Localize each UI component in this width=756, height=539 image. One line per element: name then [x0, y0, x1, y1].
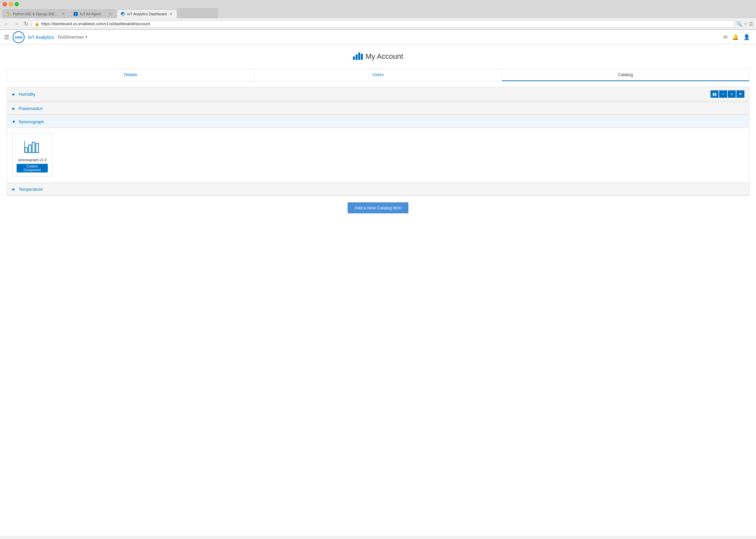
maximize-button[interactable] [15, 2, 19, 6]
catalog-item-name: seismograph.v1.0 [17, 158, 48, 162]
temperature-section: ► Temperature [7, 183, 749, 196]
svg-rect-10 [25, 148, 28, 153]
tab-favicon-2: i [73, 12, 78, 16]
view-add-button[interactable]: + [719, 90, 727, 98]
svg-text:i: i [75, 13, 76, 16]
bookmark-icon[interactable]: ☆ [743, 21, 748, 27]
svg-rect-5 [124, 13, 124, 16]
top-nav: ☰ intel IoT Analytics | DotSilverman ▾ ✉… [0, 30, 756, 45]
page-tabs: Details Users Catalog [7, 68, 749, 81]
back-button[interactable]: ← [3, 20, 11, 28]
tab-details[interactable]: Details [7, 68, 254, 81]
hamburger-button[interactable]: ☰ [4, 34, 9, 41]
tab-close-3[interactable]: ✕ [169, 12, 173, 16]
temperature-title: Temperature [19, 187, 43, 192]
secure-icon: 🔒 [35, 22, 40, 26]
humidity-section: ► Humidity ▮▮ + ≡ ▼ [7, 87, 749, 102]
empty-tab-space [178, 8, 217, 18]
browser-tab-1[interactable]: 🐍 Python IDE & Django IDE f... ✕ [3, 9, 69, 18]
tab-favicon-3 [121, 12, 125, 16]
nav-brand: IoT Analytics [28, 35, 54, 40]
search-icon[interactable]: 🔍 [736, 21, 742, 27]
view-more-button[interactable]: ▼ [736, 90, 744, 98]
catalog-item-badge: Custom Component [17, 164, 48, 172]
view-grid-button[interactable]: ▮▮ [711, 90, 718, 98]
address-bar: ← → ↻ 🔒 🔍 ☆ ☰ [0, 18, 756, 30]
seismograph-section: ▼ Seismograph seismog [7, 116, 749, 182]
forward-button[interactable]: → [13, 20, 21, 28]
seismograph-title: Seismograph [19, 119, 44, 124]
tab-title-3: IoT Analytics Dashboard [127, 12, 167, 16]
seismograph-header[interactable]: ▼ Seismograph [7, 116, 749, 128]
reload-button[interactable]: ↻ [23, 20, 30, 28]
svg-rect-8 [358, 53, 360, 60]
nav-separator: | [55, 35, 56, 40]
tab-users[interactable]: Users [254, 68, 501, 81]
tab-title-2: IoT Kit Agent [80, 12, 106, 16]
browser-tabs: 🐍 Python IDE & Django IDE f... ✕ i IoT K… [0, 8, 756, 18]
page-title-text: My Account [366, 52, 403, 61]
tab-close-1[interactable]: ✕ [61, 12, 65, 16]
svg-rect-4 [123, 14, 123, 16]
svg-rect-12 [32, 142, 35, 153]
view-list-button[interactable]: ≡ [728, 90, 736, 98]
powerswitch-chevron: ► [12, 106, 16, 111]
close-button[interactable] [3, 2, 7, 6]
intel-logo: intel [13, 31, 25, 43]
page-title-icon [353, 51, 363, 62]
browser-tab-3[interactable]: IoT Analytics Dashboard ✕ [117, 9, 177, 18]
svg-rect-9 [361, 54, 363, 60]
nav-dropdown[interactable]: ▾ [85, 35, 87, 39]
minimize-button[interactable] [9, 2, 13, 6]
url-input[interactable] [41, 22, 731, 26]
menu-icon[interactable]: ☰ [749, 21, 753, 27]
seismograph-content: seismograph.v1.0 Custom Component [7, 128, 749, 182]
browser-tab-2[interactable]: i IoT Kit Agent ✕ [70, 9, 116, 18]
page-title-section: My Account [7, 51, 749, 62]
bell-icon-button[interactable]: 🔔 [730, 33, 741, 42]
powerswitch-header[interactable]: ► Powerswitch [7, 103, 749, 115]
tab-close-2[interactable]: ✕ [108, 12, 113, 16]
user-icon-button[interactable]: 👤 [741, 33, 752, 42]
add-catalog-button[interactable]: Add a New Catalog Item [348, 202, 408, 213]
temperature-header[interactable]: ► Temperature [7, 183, 749, 195]
svg-rect-6 [353, 56, 355, 60]
nav-user: DotSilverman [58, 35, 84, 40]
svg-rect-11 [29, 145, 31, 153]
temperature-chevron: ► [12, 187, 16, 192]
humidity-header[interactable]: ► Humidity ▮▮ + ≡ ▼ [7, 87, 749, 101]
catalog-item-seismograph[interactable]: seismograph.v1.0 Custom Component [12, 133, 52, 177]
svg-rect-13 [36, 144, 39, 153]
powerswitch-section: ► Powerswitch [7, 102, 749, 115]
seismograph-chevron: ▼ [12, 119, 16, 124]
humidity-chevron: ► [12, 92, 16, 97]
view-controls: ▮▮ + ≡ ▼ [711, 90, 744, 98]
seismograph-item-icon [17, 138, 48, 155]
tab-favicon-1: 🐍 [6, 12, 11, 16]
url-bar[interactable]: 🔒 [32, 20, 734, 28]
humidity-title: Humidity [19, 92, 36, 97]
mail-icon-button[interactable]: ✉ [721, 33, 729, 42]
powerswitch-title: Powerswitch [19, 106, 43, 111]
svg-rect-7 [356, 54, 358, 60]
tab-title-1: Python IDE & Django IDE f... [13, 12, 59, 16]
tab-catalog[interactable]: Catalog [502, 68, 749, 81]
svg-rect-3 [122, 15, 122, 16]
